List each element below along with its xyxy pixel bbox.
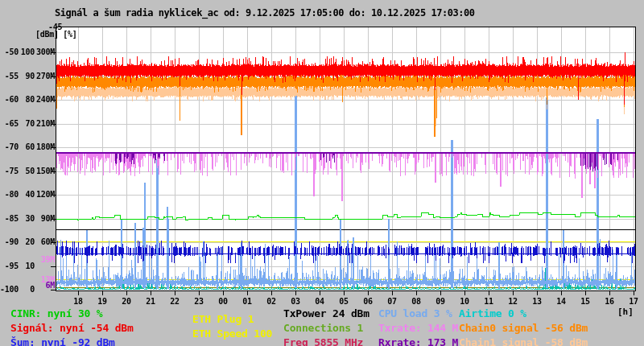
y-axis-label-dbm: -75 — [0, 167, 19, 175]
y-axis-label-rate: 180M — [35, 142, 55, 151]
y-axis-label-pct: 20 — [20, 237, 35, 246]
x-axis-label: 15 — [576, 297, 594, 306]
legend-item-col2-0: ETH Plug 1 — [192, 313, 254, 325]
y-axis-label-rate: 210M — [35, 119, 55, 128]
y-axis-label-pct: 70 — [20, 119, 35, 128]
x-axis-label: 07 — [383, 297, 401, 306]
x-axis-label: 00 — [214, 297, 232, 306]
y-axis-label-dbm: -70 — [0, 142, 19, 151]
y-axis-label-rate-extra: 6M — [35, 281, 55, 290]
legend-item-col1-1: Signál: nyní -54 dBm — [10, 322, 134, 334]
y-axis-label-pct: 30 — [20, 214, 35, 223]
y-axis-label-dbm: -90 — [0, 237, 19, 246]
x-axis-label: 02 — [262, 297, 280, 306]
x-axis-label: 10 — [456, 297, 473, 306]
y-axis-label-pct: 100 — [20, 47, 35, 56]
y-axis-label-pct: 60 — [20, 142, 35, 151]
x-axis-label: 08 — [407, 297, 425, 306]
y-axis-label-rate: 300M — [35, 47, 55, 56]
y-axis-label-dbm: -80 — [0, 190, 19, 199]
legend-item-col3-0: TxPower 24 dBm — [283, 307, 369, 319]
y-axis-label-dbm: -85 — [0, 214, 19, 223]
x-axis-label: 06 — [359, 297, 377, 306]
x-axis-label: 14 — [552, 297, 570, 306]
x-axis-label: 04 — [311, 297, 328, 306]
y-axis-label-pct: 80 — [20, 95, 35, 104]
x-axis-label: 22 — [166, 297, 184, 306]
x-axis-label: 05 — [335, 297, 353, 306]
y-axis-label-rate-extra: 39M — [31, 255, 55, 264]
y-axis-label-rate: 120M — [35, 190, 55, 199]
y-axis-label-pct: 0 — [20, 285, 35, 294]
legend-item-col1-2: Šum: nyní -92 dBm — [10, 336, 115, 346]
legend-item-col3-1: Connections 1 — [283, 322, 363, 334]
x-axis-label: 01 — [238, 297, 256, 306]
x-axis-label: 17 — [625, 297, 642, 306]
x-axis-label: 03 — [287, 297, 304, 306]
x-axis-label: 16 — [601, 297, 618, 306]
legend-item-col5-1: Chain0 signal -56 dBm — [459, 322, 588, 334]
y-axis-label-rate: 240M — [35, 95, 55, 104]
x-axis-label: 12 — [504, 297, 522, 306]
y-axis-label-dbm: -100 — [0, 285, 19, 294]
x-axis-label: 11 — [480, 297, 497, 306]
x-axis-unit-label: [h] — [617, 307, 634, 317]
legend-item-col4-0: CPU load 3 % — [378, 307, 452, 319]
chart-canvas — [0, 0, 644, 346]
y-axis-label-rate: 150M — [35, 167, 55, 175]
y-axis-label-dbm: -95 — [0, 262, 19, 270]
y-axis-label-dbm: -65 — [0, 119, 19, 128]
x-axis-label: 19 — [93, 297, 111, 306]
x-axis-label: 09 — [431, 297, 449, 306]
legend-item-col3-2: Freq 5855 MHz — [283, 336, 363, 346]
legend-item-col4-2: Rxrate: 173 M — [378, 336, 458, 346]
legend-item-col1-0: CINR: nyní 30 % — [10, 307, 102, 319]
x-axis-label: 18 — [69, 297, 87, 306]
y-axis-label-pct: 50 — [20, 167, 35, 175]
x-axis-label: 23 — [190, 297, 208, 306]
x-axis-label: 21 — [142, 297, 159, 306]
legend-item-col4-1: Txrate: 144 M — [378, 322, 458, 334]
y-axis-label-pct: 90 — [20, 72, 35, 80]
y-axis-label-pct: 40 — [20, 190, 35, 199]
rrd-graph-screen: Signál a šum radia nyklicek_ac od: 9.12.… — [0, 0, 644, 346]
legend-item-col5-0: Airtime 0 % — [459, 307, 526, 319]
legend-item-col5-2: Chain1 signal -58 dBm — [459, 336, 588, 346]
legend-item-col2-1: ETH Speed 100 — [192, 327, 272, 340]
x-axis-label: 20 — [118, 297, 135, 306]
y-axis-label-dbm: -55 — [0, 72, 19, 80]
x-axis-label: 13 — [528, 297, 546, 306]
y-axis-unit-label: [dBm] [%] — [35, 30, 77, 39]
y-axis-label-dbm: -50 — [0, 47, 19, 56]
y-axis-label-dbm: -60 — [0, 95, 19, 104]
chart-title: Signál a šum radia nyklicek_ac od: 9.12.… — [55, 7, 475, 19]
y-axis-label-rate: 270M — [35, 72, 55, 80]
y-axis-label-rate: 60M — [35, 237, 55, 246]
y-axis-label-rate: 90M — [35, 214, 55, 223]
